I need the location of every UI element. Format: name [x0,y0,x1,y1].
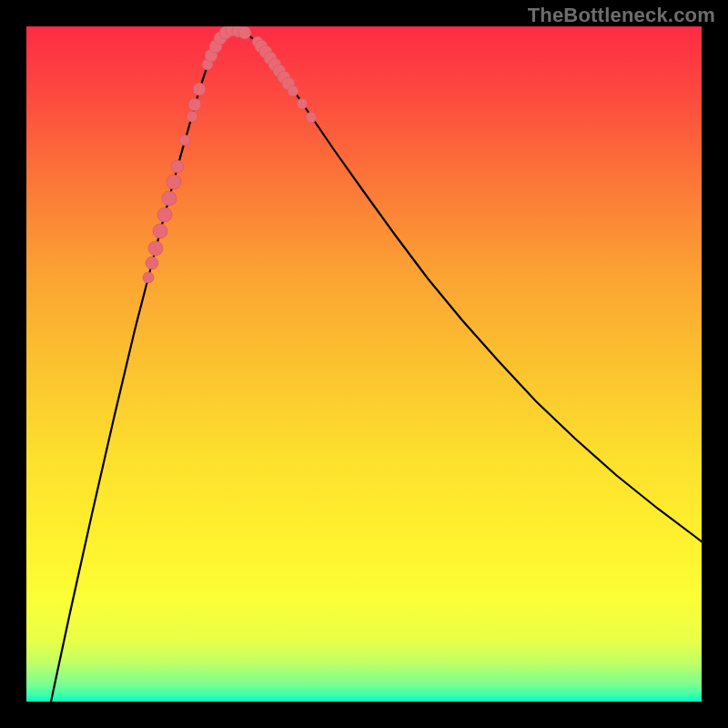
marker-dot [162,191,177,206]
marker-dot [193,83,206,96]
marker-dot [146,257,158,269]
marker-dot [171,160,184,173]
marker-dot [288,86,298,96]
marker-dot [238,26,251,39]
marker-dot [167,175,181,189]
bottleneck-curve [51,30,702,702]
marker-dot [157,207,172,222]
chart-frame: TheBottleneck.com [0,0,728,728]
curve-svg [26,26,702,702]
marker-dot [148,241,163,256]
marker-dot [187,111,197,122]
marker-dot [179,135,190,146]
marker-dot [188,98,201,111]
marker-dot [153,224,167,238]
highlight-markers [143,26,317,283]
marker-dot [143,272,154,283]
marker-dot [297,98,308,109]
plot-area [26,26,702,702]
watermark-text: TheBottleneck.com [528,4,715,27]
marker-dot [306,112,317,123]
